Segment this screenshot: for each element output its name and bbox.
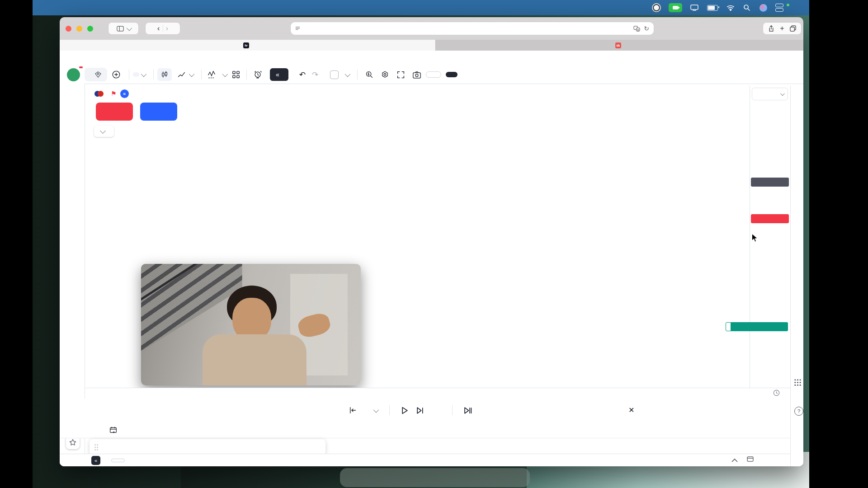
step-forward-icon[interactable] [416,407,424,414]
sidebar-toggle-button[interactable] [108,23,138,34]
go-to-date-icon[interactable] [109,426,117,434]
mouse-cursor [751,234,759,243]
replay-control-bar: ✕ [60,399,790,422]
tab-patron-de-entrada[interactable]: sk [435,40,803,51]
play-icon[interactable] [401,407,408,414]
mac-screen: ‹ › ↻ + tv sk [33,0,809,488]
replay-active-icon[interactable]: « [120,89,129,98]
right-sidebar: ? [790,86,803,466]
close-replay-icon[interactable]: ✕ [628,406,634,414]
snapshot-camera-icon[interactable] [412,70,421,79]
timeframe-5m-active[interactable] [133,72,139,77]
alert-price-badge[interactable] [751,214,789,223]
forward-button[interactable]: › [166,24,169,33]
session-clock-icon[interactable] [773,389,780,398]
fullscreen-icon[interactable] [396,70,405,79]
last-price-symbol [726,322,731,331]
address-bar[interactable]: ↻ [291,22,654,35]
record-icon[interactable] [652,3,661,12]
user-avatar[interactable] [67,68,80,81]
notification-badge [79,66,83,69]
order-panel [93,101,207,122]
orders-count-badge[interactable] [94,126,114,137]
quick-search-icon[interactable] [365,70,373,79]
candles-style-icon[interactable] [157,68,172,81]
zoom-window-button[interactable] [87,26,93,32]
tradingview-app: « ↶ ↷ [60,51,803,466]
menubar-status [652,0,797,15]
redo-icon[interactable]: ↷ [312,70,318,80]
translate-icon[interactable] [633,26,640,32]
reload-icon[interactable]: ↻ [644,25,649,32]
style-chevron-icon[interactable] [189,71,195,77]
indicators-chevron-icon[interactable] [222,71,228,77]
symbol-detail-icon [94,71,102,78]
publish-button[interactable] [446,72,458,77]
back-button[interactable]: ‹ [157,24,160,33]
save-checkbox[interactable] [330,70,339,79]
layout-chevron-icon[interactable] [345,71,351,77]
last-price-badge [726,322,788,331]
collapse-panel-chevron-icon[interactable] [731,457,738,464]
nav-buttons: ‹ › [146,23,180,34]
timeframes-chevron-icon[interactable] [141,71,147,77]
battery-icon[interactable] [706,3,719,12]
line-style-icon[interactable] [175,68,188,81]
jump-to-realtime-icon[interactable] [464,407,472,414]
compare-plus-icon[interactable] [112,70,121,79]
status-green-dot [787,4,789,6]
tab-overview-icon[interactable] [790,25,796,32]
reader-icon[interactable] [295,26,301,32]
close-window-button[interactable] [66,26,71,32]
chart-legend[interactable]: ⚑ « [90,88,155,99]
screen-mirroring-icon[interactable] [690,3,699,12]
date-range-row [60,422,790,438]
new-tab-icon[interactable]: + [780,24,784,33]
bottom-tab-bar: « [60,454,790,466]
help-icon[interactable]: ? [794,407,803,416]
last-price-value [731,322,788,331]
jump-to-bar-icon[interactable] [349,407,357,414]
share-icon[interactable] [768,25,774,32]
currency-dropdown[interactable] [752,88,788,100]
replay-trading-icon: « [91,456,100,465]
video-person-torso [203,334,307,385]
time-axis[interactable] [85,388,790,399]
sidebar-chevron-icon [126,25,132,31]
dock [340,468,530,487]
tv-main-toolbar: « ↶ ↷ [60,66,803,84]
apps-grid-icon[interactable] [794,379,802,388]
trade-tab[interactable] [111,459,125,462]
tab2-favicon: sk [615,42,621,48]
safari-window: ‹ › ↻ + tv sk [60,17,803,466]
tradingview-favicon: tv [243,42,249,48]
facetime-icon[interactable] [668,3,683,12]
siri-icon[interactable] [759,3,768,12]
sell-button[interactable] [96,103,133,121]
favorite-drawings-palette[interactable] [90,439,326,455]
webcam-video-overlay[interactable] [141,264,361,385]
tab-nzdchf[interactable]: tv [60,40,435,51]
spotlight-search-icon[interactable] [742,3,751,12]
layout-grid-icon[interactable] [232,70,240,79]
replay-button[interactable]: « [270,68,288,81]
undo-icon[interactable]: ↶ [299,70,306,80]
buy-button[interactable] [140,103,177,121]
safari-toolbar: ‹ › ↻ + [60,17,803,40]
flag-icon[interactable]: ⚑ [111,90,117,97]
settings-gear-icon[interactable] [381,70,389,79]
select-bar-chevron-icon[interactable] [373,407,379,413]
trade-button[interactable] [426,71,441,78]
maximize-panel-icon[interactable] [747,456,754,463]
alert-icon[interactable] [253,70,262,79]
palette-grip-icon[interactable] [94,444,99,451]
indicators-icon[interactable] [207,70,216,79]
wifi-icon[interactable] [726,3,735,12]
symbol-search-button[interactable] [85,68,107,81]
symbol-flags-icon [94,90,104,97]
window-actions: + [763,23,801,34]
control-center-icon[interactable] [775,3,784,12]
tab-bar: tv sk [60,40,803,51]
minimize-window-button[interactable] [76,26,82,32]
replay-rewind-icon: « [276,71,279,78]
